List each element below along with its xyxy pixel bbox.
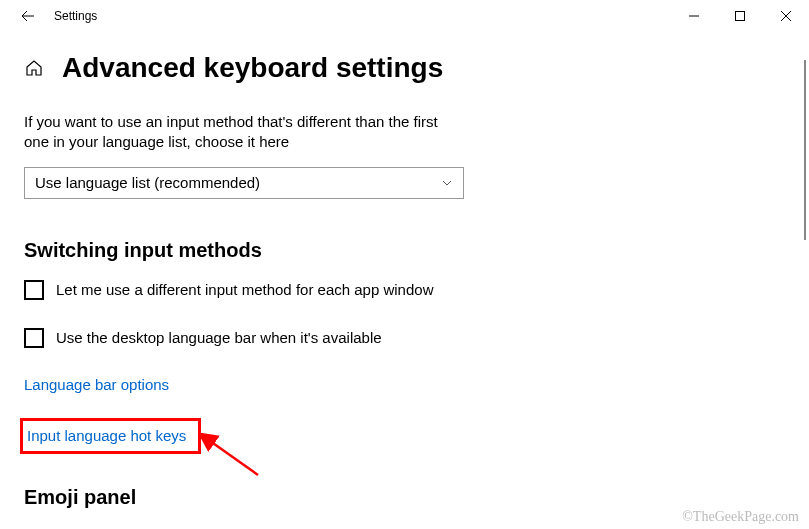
back-arrow-icon xyxy=(20,8,36,24)
back-button[interactable] xyxy=(8,0,48,32)
window-title: Settings xyxy=(54,9,97,23)
maximize-button[interactable] xyxy=(717,0,763,32)
page-description: If you want to use an input method that'… xyxy=(24,112,464,153)
close-button[interactable] xyxy=(763,0,809,32)
scrollbar[interactable] xyxy=(804,60,806,240)
home-button[interactable] xyxy=(24,58,44,78)
language-bar-options-link[interactable]: Language bar options xyxy=(24,376,169,393)
switching-heading: Switching input methods xyxy=(24,239,490,262)
minimize-button[interactable] xyxy=(671,0,717,32)
svg-rect-0 xyxy=(736,12,745,21)
maximize-icon xyxy=(735,11,745,21)
highlight-annotation: Input language hot keys xyxy=(20,418,201,454)
dropdown-selected: Use language list (recommended) xyxy=(35,174,260,191)
emoji-heading: Emoji panel xyxy=(24,486,490,509)
home-icon xyxy=(24,58,44,78)
annotation-arrow-icon xyxy=(198,433,268,483)
close-icon xyxy=(781,11,791,21)
checkbox-desktop-language-bar[interactable]: Use the desktop language bar when it's a… xyxy=(24,328,490,348)
watermark: ©TheGeekPage.com xyxy=(682,509,799,525)
checkbox-box xyxy=(24,280,44,300)
input-language-hotkeys-link[interactable]: Input language hot keys xyxy=(27,427,186,444)
checkbox-label: Use the desktop language bar when it's a… xyxy=(56,329,382,346)
checkbox-per-app-window[interactable]: Let me use a different input method for … xyxy=(24,280,490,300)
svg-line-1 xyxy=(210,441,258,475)
minimize-icon xyxy=(689,11,699,21)
checkbox-label: Let me use a different input method for … xyxy=(56,281,433,298)
checkbox-box xyxy=(24,328,44,348)
page-title: Advanced keyboard settings xyxy=(62,52,443,84)
input-method-dropdown[interactable]: Use language list (recommended) xyxy=(24,167,464,199)
chevron-down-icon xyxy=(441,177,453,189)
